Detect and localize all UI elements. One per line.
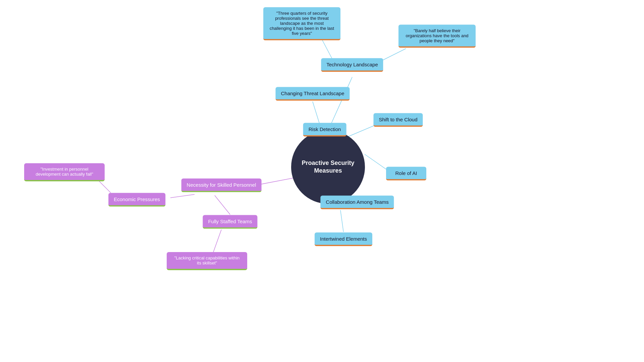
risk-detection-node: Risk Detection — [303, 123, 346, 137]
quote-threat-label: "Three quarters of security professional… — [270, 11, 334, 36]
collaboration-label: Collaboration Among Teams — [326, 199, 388, 205]
svg-line-6 — [340, 210, 343, 232]
risk-detection-label: Risk Detection — [309, 126, 341, 132]
fully-staffed-label: Fully Staffed Teams — [208, 219, 252, 224]
role-of-ai-label: Role of AI — [395, 170, 417, 176]
quote-tools-node: "Barely half believe their organizations… — [398, 25, 476, 48]
quote-investment-label: "Investment in personnel development can… — [36, 167, 93, 177]
intertwined-node: Intertwined Elements — [315, 233, 372, 246]
svg-line-13 — [213, 230, 221, 253]
svg-line-12 — [97, 179, 111, 193]
changing-threat-node: Changing Threat Landscape — [275, 87, 350, 101]
quote-threat-node: "Three quarters of security professional… — [263, 7, 340, 41]
svg-line-10 — [170, 194, 195, 198]
shift-to-cloud-node: Shift to the Cloud — [373, 113, 423, 127]
changing-threat-label: Changing Threat Landscape — [281, 90, 344, 96]
center-label: Proactive Security Measures — [298, 159, 358, 175]
intertwined-label: Intertwined Elements — [320, 236, 367, 242]
collaboration-node: Collaboration Among Teams — [320, 196, 394, 209]
necessity-skilled-label: Necessity for Skilled Personnel — [187, 182, 256, 188]
technology-landscape-label: Technology Landscape — [326, 62, 378, 67]
quote-lacking-node: "Lacking critical capabilities within it… — [167, 252, 247, 270]
quote-tools-label: "Barely half believe their organizations… — [406, 28, 468, 43]
svg-line-11 — [215, 195, 230, 215]
necessity-skilled-node: Necessity for Skilled Personnel — [181, 179, 262, 192]
economic-pressures-node: Economic Pressures — [108, 193, 165, 207]
quote-lacking-label: "Lacking critical capabilities within it… — [174, 255, 240, 265]
economic-pressures-label: Economic Pressures — [114, 196, 160, 202]
shift-to-cloud-label: Shift to the Cloud — [379, 117, 417, 122]
center-node: Proactive Security Measures — [291, 130, 365, 204]
role-of-ai-node: Role of AI — [386, 167, 426, 181]
quote-investment-node: "Investment in personnel development can… — [24, 163, 105, 181]
fully-staffed-node: Fully Staffed Teams — [203, 215, 257, 229]
svg-line-7 — [322, 40, 332, 59]
technology-landscape-node: Technology Landscape — [321, 58, 383, 72]
